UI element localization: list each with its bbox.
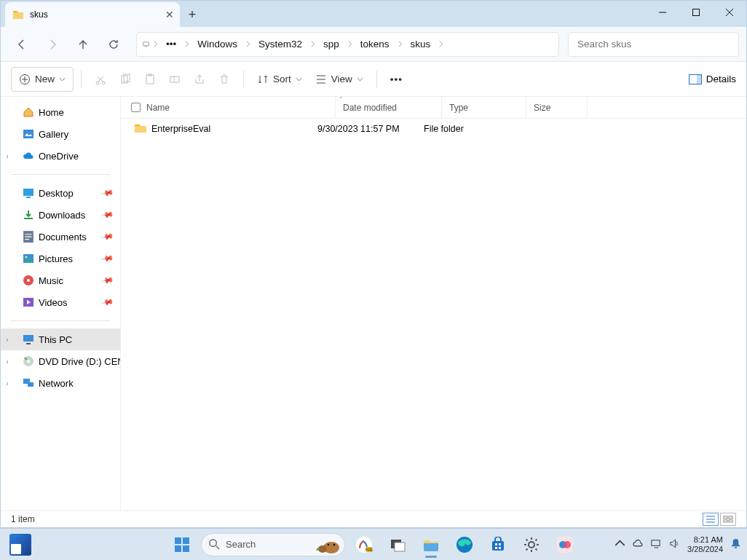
delete-button[interactable] <box>213 67 236 92</box>
taskbar-store[interactable] <box>483 530 513 559</box>
notifications-icon[interactable] <box>730 538 741 551</box>
more-button[interactable]: ••• <box>384 67 408 92</box>
sort-button-label: Sort <box>273 74 291 84</box>
chevron-right-icon[interactable] <box>182 41 191 47</box>
breadcrumb-overflow[interactable]: ••• <box>160 39 182 50</box>
sort-button[interactable]: Sort <box>251 67 308 92</box>
select-all-checkbox[interactable] <box>131 103 141 112</box>
details-pane-button[interactable]: Details <box>689 74 736 84</box>
disc-icon <box>23 355 34 367</box>
chevron-right-icon[interactable] <box>436 41 446 47</box>
column-type[interactable]: Type <box>442 97 526 118</box>
address-row: ••• Windows System32 spp tokens skus <box>1 27 746 62</box>
network-tray-icon[interactable] <box>651 538 662 551</box>
breadcrumb-seg[interactable]: Windows <box>191 39 243 50</box>
file-name: EnterpriseEval <box>151 124 210 134</box>
sidebar-item-network[interactable]: ›Network <box>1 372 120 394</box>
new-button[interactable]: New <box>11 67 74 92</box>
search-box[interactable] <box>568 32 739 57</box>
chevron-right-icon[interactable]: › <box>2 379 12 387</box>
thumbnails-view-button[interactable] <box>720 513 736 526</box>
sidebar-item-this-pc[interactable]: ›This PC <box>1 328 120 350</box>
breadcrumb-seg[interactable]: skus <box>405 39 437 50</box>
share-button[interactable] <box>188 67 211 92</box>
copy-button[interactable] <box>114 67 137 92</box>
pin-icon: 📌 <box>101 274 115 288</box>
documents-icon <box>23 231 34 242</box>
chevron-right-icon[interactable] <box>395 41 405 47</box>
breadcrumb-seg[interactable]: tokens <box>355 39 395 50</box>
svg-rect-13 <box>23 189 33 196</box>
taskbar-edge[interactable] <box>450 530 479 559</box>
taskbar-copilot[interactable]: PRE <box>349 530 379 559</box>
chevron-right-icon[interactable] <box>151 41 160 47</box>
svg-rect-48 <box>499 547 501 549</box>
sidebar-item-videos[interactable]: Videos📌 <box>1 291 120 313</box>
sidebar-item-home[interactable]: Home <box>1 101 120 123</box>
maximize-button[interactable] <box>679 1 713 24</box>
column-size[interactable]: Size <box>526 97 588 118</box>
tab-title: skus <box>30 9 48 20</box>
taskbar-taskview[interactable] <box>383 530 412 559</box>
paste-button[interactable] <box>138 67 162 92</box>
sidebar-item-music[interactable]: Music📌 <box>1 269 120 291</box>
chevron-right-icon[interactable]: › <box>2 336 12 344</box>
rename-button[interactable] <box>163 67 186 92</box>
pin-icon: 📌 <box>101 230 115 244</box>
cut-button[interactable] <box>89 67 112 92</box>
tab-current[interactable]: skus ✕ <box>5 2 180 27</box>
titlebar: skus ✕ + <box>1 1 746 27</box>
breadcrumb-seg[interactable]: spp <box>317 39 345 50</box>
chevron-right-icon[interactable] <box>345 41 355 47</box>
widgets-button[interactable] <box>6 530 35 559</box>
up-button[interactable] <box>69 31 97 58</box>
new-tab-button[interactable]: + <box>180 2 205 27</box>
clock[interactable]: 8:21 AM 3/28/2024 <box>687 535 723 553</box>
chevron-right-icon[interactable]: › <box>2 152 12 160</box>
tray-overflow-icon[interactable] <box>614 538 625 551</box>
taskbar-settings[interactable] <box>517 530 546 559</box>
tab-close-icon[interactable]: ✕ <box>165 9 174 20</box>
close-button[interactable] <box>713 1 746 24</box>
sidebar-item-documents[interactable]: Documents📌 <box>1 226 120 248</box>
pc-icon <box>23 334 34 345</box>
view-button[interactable]: View <box>309 67 369 92</box>
sidebar-item-desktop[interactable]: Desktop📌 <box>1 182 120 204</box>
refresh-button[interactable] <box>100 31 127 58</box>
column-name[interactable]: Name <box>146 97 336 118</box>
tray-date: 3/28/2024 <box>687 545 723 554</box>
forward-button[interactable] <box>39 31 66 58</box>
taskbar-explorer[interactable] <box>416 530 446 559</box>
sidebar-item-onedrive[interactable]: ›OneDrive <box>1 145 120 167</box>
sidebar-item-pictures[interactable]: Pictures📌 <box>1 248 120 269</box>
pin-icon: 📌 <box>101 186 115 200</box>
column-date[interactable]: Date modified <box>336 97 442 118</box>
chevron-right-icon[interactable]: › <box>2 358 12 366</box>
chevron-right-icon[interactable] <box>243 41 253 47</box>
svg-point-37 <box>333 543 336 545</box>
breadcrumb-seg[interactable]: System32 <box>253 39 308 50</box>
chevron-right-icon[interactable] <box>308 41 317 47</box>
svg-point-33 <box>210 540 216 546</box>
taskbar-app[interactable] <box>550 530 580 559</box>
svg-rect-11 <box>697 75 701 84</box>
address-bar[interactable]: ••• Windows System32 spp tokens skus <box>136 32 559 57</box>
pin-icon: 📌 <box>101 296 115 309</box>
details-view-button[interactable] <box>703 513 719 526</box>
sidebar-item-dvd[interactable]: ›DVD Drive (D:) CEN <box>1 350 120 372</box>
sidebar-item-gallery[interactable]: Gallery <box>1 123 120 145</box>
pc-icon[interactable] <box>141 41 151 47</box>
back-button[interactable] <box>8 31 36 58</box>
onedrive-tray-icon[interactable] <box>633 538 644 551</box>
svg-rect-32 <box>183 545 189 552</box>
sidebar-item-downloads[interactable]: Downloads📌 <box>1 204 120 226</box>
volume-tray-icon[interactable] <box>669 538 680 551</box>
music-icon <box>23 275 34 286</box>
search-input[interactable] <box>576 38 731 50</box>
table-row[interactable]: EnterpriseEval 9/30/2023 11:57 PM File f… <box>121 119 746 139</box>
minimize-button[interactable] <box>646 1 679 24</box>
item-count: 1 item <box>11 514 35 524</box>
start-button[interactable] <box>167 530 197 559</box>
taskbar-search[interactable]: Search <box>201 533 345 556</box>
details-pane-label: Details <box>706 74 736 84</box>
